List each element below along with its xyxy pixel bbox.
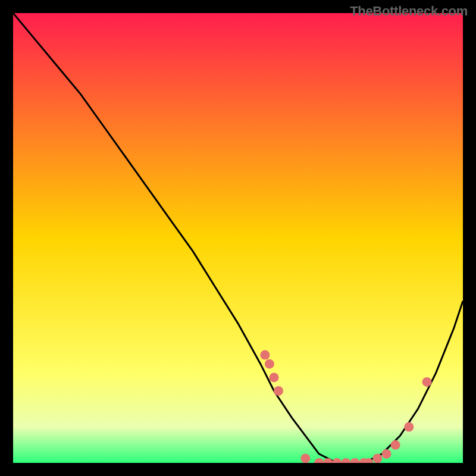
bottleneck-chart xyxy=(13,13,463,463)
scatter-point xyxy=(372,453,382,463)
watermark-label: TheBottleneck.com xyxy=(350,4,468,19)
scatter-point xyxy=(260,350,270,360)
scatter-point xyxy=(391,440,400,450)
chart-background xyxy=(13,13,463,463)
scatter-point xyxy=(300,453,310,463)
scatter-point xyxy=(404,422,414,432)
scatter-point xyxy=(382,449,392,459)
scatter-point xyxy=(274,386,283,396)
chart-container: TheBottleneck.com xyxy=(0,0,476,476)
scatter-point xyxy=(270,372,279,382)
scatter-point xyxy=(422,377,432,387)
scatter-point xyxy=(265,359,274,369)
